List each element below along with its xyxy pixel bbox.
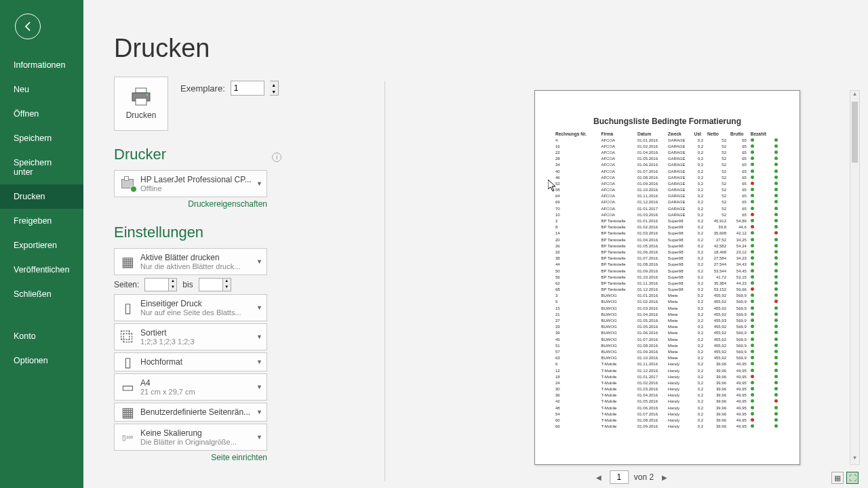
back-button[interactable]: [15, 14, 41, 39]
printer-properties-link[interactable]: Druckereigenschaften: [114, 199, 267, 209]
pages-label: Seiten:: [114, 280, 139, 289]
info-icon[interactable]: i: [272, 152, 281, 162]
table-row: 30T-Mobile01.03.2016Handy0,239,9649,95: [555, 387, 779, 392]
printer-heading: Drucker i: [114, 146, 304, 163]
table-row: 50BP Tankstelle01.09.2016Super980,253,54…: [555, 268, 779, 273]
table-row: 57BUWOG01.09.2016Miete0,2455,92569,9: [555, 349, 779, 354]
table-row: 10AFCOA01.03.2016GARAGE0,25265: [555, 212, 779, 217]
table-row: 6T-Mobile01.11.2016Handy0,239,9649,95: [555, 362, 779, 367]
margins-icon: ▦: [119, 402, 136, 422]
table-row: 15BUWOG01.03.2016Miete0,2455,92569,9: [555, 306, 779, 310]
settings-heading: Einstellungen: [114, 224, 304, 241]
table-row: 51BUWOG01.08.2016Miete0,2455,92569,9: [555, 343, 779, 348]
table-row: 58AFCOA01.10.2016GARAGE0,25265: [555, 188, 779, 192]
table-row: 63BUWOG01.10.2016Miete0,2455,92569,9: [555, 356, 779, 361]
nav-item-speichern-unter[interactable]: Speichern unter: [0, 150, 83, 184]
table-row: 66T-Mobile01.09.2016Handy0,239,9649,95: [555, 424, 779, 429]
pages-to-label: bis: [182, 280, 193, 289]
paper-icon: ▭: [119, 377, 136, 397]
page-of-label: von 2: [634, 472, 654, 482]
table-row: 12T-Mobile01.12.2016Handy0,239,9649,95: [555, 368, 779, 373]
page-title: Drucken: [114, 34, 868, 63]
pages-from-input[interactable]: ▲▼: [144, 278, 177, 291]
main-content: Drucken Drucken Exemplare: ▲▼ Drucker i: [83, 0, 868, 488]
table-row: 8BP Tankstelle01.02.2016Super980,239,844…: [555, 225, 779, 230]
table-row: 44BP Tankstelle01.08.2016Super980,227,54…: [555, 262, 779, 267]
pages-to-input[interactable]: ▲▼: [199, 278, 231, 291]
nav-item-schließen[interactable]: Schließen: [0, 282, 83, 306]
copies-label: Exemplare:: [180, 83, 225, 94]
copies-spinner[interactable]: ▲▼: [270, 81, 279, 96]
table-row: 54T-Mobile01.07.2016Handy0,239,9649,95: [555, 411, 779, 416]
copies-input[interactable]: [231, 81, 264, 96]
nav-item-informationen[interactable]: Informationen: [0, 53, 83, 77]
next-page-button[interactable]: ▶: [659, 472, 670, 483]
nav-item-konto[interactable]: Konto: [0, 324, 83, 348]
show-margins-button[interactable]: ▦: [831, 472, 844, 484]
zoom-to-page-button[interactable]: ⛶: [846, 472, 859, 484]
table-row: 21BUWOG01.04.2016Miete0,2455,92569,9: [555, 312, 779, 317]
chevron-down-icon: ▼: [256, 384, 262, 390]
portrait-icon: ▯: [119, 352, 136, 372]
table-row: 26BP Tankstelle01.05.2016Super980,242,58…: [555, 243, 779, 248]
chevron-down-icon: ▼: [256, 333, 262, 340]
svg-rect-2: [136, 98, 146, 105]
preview-page: Buchungsliste Bedingte Formatierung Rech…: [534, 90, 800, 465]
table-row: 60T-Mobile01.08.2016Handy0,239,9649,95: [555, 418, 779, 422]
table-row: 48T-Mobile01.06.2016Handy0,239,9649,95: [555, 405, 779, 410]
page-number-input[interactable]: [610, 470, 629, 484]
chevron-down-icon: ▼: [256, 258, 262, 265]
chevron-down-icon: ▼: [256, 180, 262, 187]
paper-select[interactable]: ▭ A4 21 cm x 29,7 cm ▼: [114, 373, 267, 401]
svg-rect-0: [136, 88, 146, 93]
table-row: 14BP Tankstelle01.03.2016Super980,235,69…: [555, 231, 779, 236]
svg-point-3: [146, 94, 148, 96]
table-row: 3BUWOG01.01.2016Miete0,2455,92569,9: [555, 293, 779, 298]
nav-item-exportieren[interactable]: Exportieren: [0, 233, 83, 258]
nav-item-öffnen[interactable]: Öffnen: [0, 102, 83, 126]
table-row: 45BUWOG01.07.2016Miete0,2455,92569,9: [555, 337, 779, 342]
table-row: 46AFCOA01.08.2016GARAGE0,25265: [555, 175, 779, 180]
sheets-icon: ▦: [119, 251, 136, 272]
print-scope-select[interactable]: ▦ Aktive Blätter drucken Nur die aktiven…: [114, 248, 267, 275]
nav-item-drucken[interactable]: Drucken: [0, 184, 83, 209]
chevron-down-icon: ▼: [256, 434, 262, 441]
nav-item-freigeben[interactable]: Freigeben: [0, 209, 83, 233]
margins-select[interactable]: ▦ Benutzerdefinierte Seitenrän... ▼: [114, 403, 267, 422]
printer-select[interactable]: HP LaserJet Professional CP... Offline ▼: [114, 170, 267, 197]
orientation-select[interactable]: ▯ Hochformat ▼: [114, 352, 267, 371]
table-row: 36T-Mobile01.04.2016Handy0,239,9649,95: [555, 393, 779, 398]
table-row: 34AFCOA01.06.2016GARAGE0,25265: [555, 163, 779, 167]
page-navigator: ◀ von 2 ▶: [593, 470, 670, 484]
table-row: 68BP Tankstelle01.12.2016Super980,253,15…: [555, 287, 779, 292]
print-button[interactable]: Drucken: [114, 77, 168, 131]
prev-page-button[interactable]: ◀: [593, 472, 604, 483]
preview-area: Buchungsliste Bedingte Formatierung Rech…: [402, 68, 861, 488]
preview-scrollbar[interactable]: ▲▼: [850, 90, 860, 465]
nav-item-speichern[interactable]: Speichern: [0, 126, 83, 150]
table-row: 28AFCOA01.05.2016GARAGE0,25265: [555, 157, 779, 161]
printer-status: Offline: [140, 184, 262, 192]
table-row: 9BUWOG01.02.2016Miete0,2455,92569,9: [555, 300, 779, 304]
table-row: 38BP Tankstelle01.07.2016Super980,227,58…: [555, 256, 779, 261]
nav-item-optionen[interactable]: Optionen: [0, 348, 83, 373]
table-row: 70AFCOA01.01.2017GARAGE0,25265: [555, 206, 779, 211]
table-row: 4AFCOA01.01.2016GARAGE0,25265: [555, 138, 779, 142]
table-row: 2BP Tankstelle01.01.2016Super980,245,912…: [555, 218, 779, 223]
divider: [384, 81, 385, 481]
table-row: 69AFCOA01.12.2016GARAGE0,25265: [555, 200, 779, 205]
scaling-select[interactable]: ▯100 Keine Skalierung Die Blätter in Ori…: [114, 424, 267, 451]
table-row: 39BUWOG01.06.2016Miete0,2455,92569,9: [555, 331, 779, 336]
sides-select[interactable]: ▯ Einseitiger Druck Nur auf eine Seite d…: [114, 294, 267, 321]
preview-title: Buchungsliste Bedingte Formatierung: [554, 117, 781, 126]
collate-select[interactable]: ⿻ Sortiert 1;2;3 1;2;3 1;2;3 ▼: [114, 323, 267, 350]
page-setup-link[interactable]: Seite einrichten: [114, 453, 267, 462]
table-row: 27BUWOG01.05.2016Miete0,2455,93569,9: [555, 318, 779, 323]
chevron-down-icon: ▼: [256, 409, 262, 415]
page-icon: ▯: [119, 298, 136, 318]
nav-item-veröffentlichen[interactable]: Veröffentlichen: [0, 258, 83, 282]
table-row: 52AFCOA01.09.2016GARAGE0,25265: [555, 181, 779, 186]
table-row: 16AFCOA01.02.2016GARAGE0,25265: [555, 144, 779, 148]
nav-item-neu[interactable]: Neu: [0, 77, 83, 102]
table-row: 24T-Mobile01.02.2016Handy0,239,9649,95: [555, 380, 779, 385]
